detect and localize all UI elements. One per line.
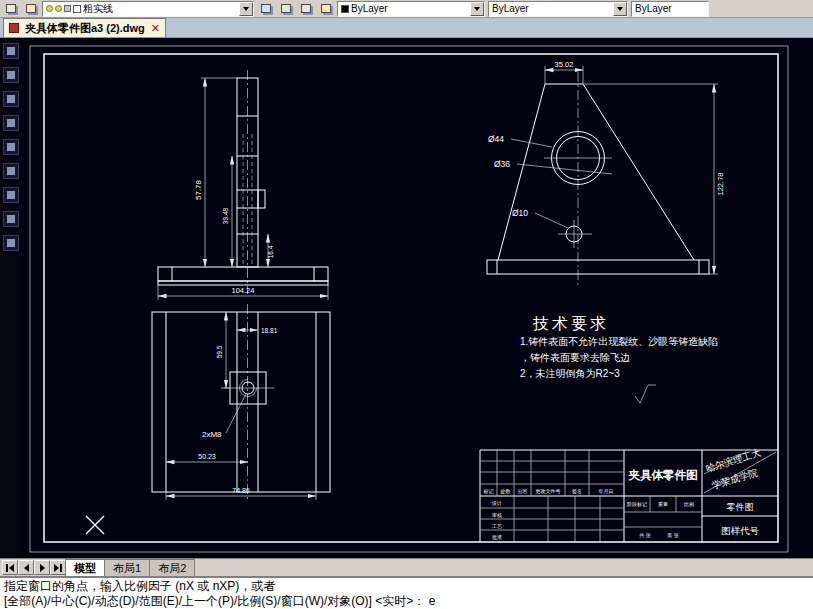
layer-unisolate-icon — [321, 4, 331, 13]
lineweight-control-combo[interactable]: ByLayer — [631, 1, 709, 17]
tab-layout1[interactable]: 布局1 — [104, 559, 150, 576]
linetype-control-combo[interactable]: ByLayer — [488, 1, 628, 17]
title-block-label: 审核 — [492, 512, 502, 518]
layer-unisolate-button[interactable] — [317, 1, 334, 16]
lineweight-combo-value: ByLayer — [635, 3, 672, 14]
next-tab-button[interactable] — [34, 560, 50, 575]
title-block-label: 处数 — [501, 488, 511, 495]
tech-req-title: 技术要求 — [532, 315, 609, 332]
section-view: 18.81 59.5 2xM8 50.23 74.86 — [152, 304, 330, 500]
tool-icon[interactable] — [3, 187, 19, 203]
layout-tab-bar: 模型 布局1 布局2 — [0, 558, 813, 576]
layers-icon — [6, 4, 16, 13]
make-object-layer-current-button[interactable] — [257, 1, 274, 16]
tool-icon[interactable] — [3, 163, 19, 179]
tool-icon[interactable] — [3, 91, 19, 107]
last-tab-button[interactable] — [50, 560, 66, 575]
layer-states-icon — [26, 4, 36, 13]
title-block-label: 重量 — [658, 501, 668, 507]
layer-manager-button[interactable] — [2, 1, 19, 16]
tool-icon[interactable] — [3, 115, 19, 131]
title-block-label: 第 张 — [667, 532, 678, 539]
dim-label: 35.02 — [555, 60, 574, 69]
command-line[interactable]: 指定窗口的角点，输入比例因子 (nX 或 nXP)，或者 [全部(A)/中心(C… — [0, 576, 813, 609]
title-block-label: 分区 — [518, 488, 528, 494]
title-block-label: 年月日 — [599, 488, 614, 495]
layer-combo-value: 粗实线 — [83, 2, 113, 16]
drawing-canvas[interactable]: 57.78 39.48 16.4 104.24 — [0, 38, 813, 558]
side-view: Ø44 Ø36 Ø10 35.02 122.78 — [487, 60, 725, 288]
title-block-label: 签名 — [572, 488, 582, 495]
dropdown-arrow-icon[interactable] — [470, 2, 484, 16]
tool-icon[interactable] — [3, 139, 19, 155]
title-block-label: 设计 — [491, 500, 502, 506]
dim-label: 50.23 — [198, 453, 216, 460]
layer-color-chip — [73, 5, 81, 13]
tool-icon[interactable] — [3, 43, 19, 59]
ucs-icon — [86, 516, 104, 534]
layer-previous-button[interactable] — [277, 1, 294, 16]
prev-tab-button[interactable] — [18, 560, 34, 575]
front-view: 57.78 39.48 16.4 104.24 — [158, 70, 328, 300]
dropdown-arrow-icon[interactable] — [613, 2, 627, 16]
layer-states-button[interactable] — [22, 1, 39, 16]
dim-label: 18.81 — [261, 327, 278, 334]
title-block-label: 比例 — [684, 501, 694, 508]
dim-label: 59.5 — [216, 345, 223, 358]
dim-label: 104.24 — [232, 286, 255, 295]
drawing-code: 图样代号 — [721, 525, 760, 536]
title-block-label: 标记 — [483, 488, 494, 495]
dim-label: 57.78 — [194, 179, 203, 200]
document-tab[interactable]: 夹具体零件图a3 (2).dwg ✕ — [3, 18, 166, 37]
layer-isolate-icon — [301, 4, 311, 13]
tech-req-line: 1.铸件表面不允许出现裂纹、沙眼等铸造缺陷 — [520, 336, 718, 347]
dropdown-arrow-icon[interactable] — [239, 2, 253, 16]
command-prompt-line1: 指定窗口的角点，输入比例因子 (nX 或 nXP)，或者 — [4, 579, 809, 594]
tech-req-line: ，铸件表面要求去除飞边 — [520, 352, 630, 363]
model-space: 57.78 39.48 16.4 104.24 — [0, 38, 813, 558]
color-combo-value: ByLayer — [351, 3, 388, 14]
dim-label: 122.78 — [716, 173, 725, 196]
dwg-file-icon — [9, 23, 19, 33]
layer-combo[interactable]: 粗实线 — [42, 1, 254, 17]
linetype-combo-value: ByLayer — [492, 3, 529, 14]
docked-draw-toolbar — [0, 38, 22, 558]
tool-icon[interactable] — [3, 67, 19, 83]
technical-requirements: 技术要求 1.铸件表面不允许出现裂纹、沙眼等铸造缺陷 ，铸件表面要求去除飞边 2… — [520, 315, 718, 403]
title-block: 哈尔滨理工大 学荣成学院 夹具体零件图 零件图 图样代号 阶段标记 重量 比例 … — [480, 447, 778, 542]
tool-icon[interactable] — [3, 211, 19, 227]
title-block-label: 批准 — [492, 534, 502, 541]
dim-label: 39.48 — [222, 207, 229, 224]
command-prompt-line2: [全部(A)/中心(C)/动态(D)/范围(E)/上一个(P)/比例(S)/窗口… — [4, 594, 809, 609]
color-control-combo[interactable]: ByLayer — [337, 1, 485, 17]
tech-req-line: 2，未注明倒角为R2~3 — [520, 368, 620, 379]
color-swatch-icon — [341, 5, 349, 13]
layer-on-icon — [46, 5, 53, 12]
autocad-window: 粗实线 ByLayer ByLayer ByLayer 夹具体零件图a3 (2)… — [0, 0, 813, 609]
tab-model[interactable]: 模型 — [65, 559, 105, 576]
dim-label: 16.4 — [267, 245, 274, 258]
layers-properties-toolbar: 粗实线 ByLayer ByLayer ByLayer — [0, 0, 813, 18]
title-block-label: 更改文件号 — [536, 488, 561, 494]
title-block-label: 工艺 — [492, 523, 502, 529]
document-tab-title: 夹具体零件图a3 (2).dwg — [25, 21, 145, 36]
drawing-name: 夹具体零件图 — [628, 469, 698, 482]
diameter-label: Ø10 — [512, 208, 528, 218]
title-block-label: 共 张 — [639, 532, 650, 539]
title-block-label: 阶段标记 — [627, 501, 647, 508]
document-tab-bar: 夹具体零件图a3 (2).dwg ✕ — [0, 18, 813, 38]
tab-layout2[interactable]: 布局2 — [149, 559, 195, 576]
thread-label: 2xM8 — [202, 430, 222, 439]
surface-roughness-icon — [635, 385, 648, 403]
diameter-label: Ø36 — [494, 159, 510, 169]
diameter-label: Ø44 — [488, 134, 504, 144]
sheet-type: 零件图 — [727, 502, 754, 512]
tool-icon[interactable] — [3, 235, 19, 251]
layer-lock-icon — [64, 5, 71, 12]
tab-close-icon[interactable]: ✕ — [151, 22, 160, 35]
make-layer-current-icon — [261, 4, 271, 13]
layer-isolate-button[interactable] — [297, 1, 314, 16]
layer-thaw-icon — [55, 5, 62, 12]
first-tab-button[interactable] — [2, 560, 18, 575]
dim-label: 74.86 — [232, 487, 250, 494]
